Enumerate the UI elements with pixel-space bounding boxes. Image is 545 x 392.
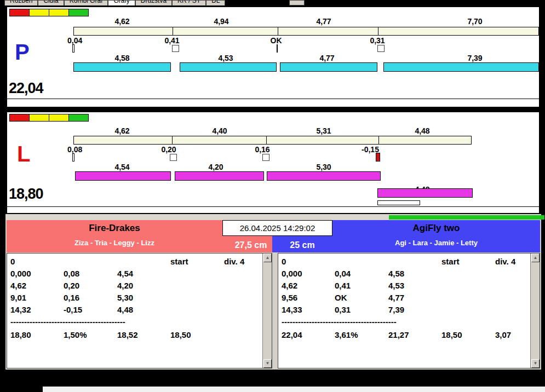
tab-label: Grafy: [113, 0, 129, 5]
run-timestamp: 26.04.2025 14:29:02: [222, 220, 332, 236]
cell: 9,56: [282, 293, 335, 302]
changeover-3: OK: [257, 36, 295, 45]
cell: 0,04: [335, 269, 388, 278]
segment-time-1: 4,62: [103, 17, 141, 26]
changeover-4: 0,31: [358, 36, 397, 45]
tab-druzstva[interactable]: Druzstva: [135, 0, 172, 5]
early-changeover-marker: [376, 153, 380, 162]
scroll-down-button[interactable]: ▼: [531, 359, 540, 368]
dog-time-1: 4,54: [103, 163, 141, 171]
cell: 0,000: [10, 269, 64, 278]
lane-total-time: 18,80: [9, 186, 43, 203]
scoreboard-section: Fire-Drakes Ziza - Tria - Leggy - Lizz A…: [5, 220, 541, 370]
cell: 18,52: [117, 330, 170, 339]
marker-box: [377, 200, 420, 205]
table-row: 4,62 0,41 4,53: [282, 281, 531, 290]
app-window: Rozbeh Cidla Kombi Graf Grafy Druzstva K…: [0, 0, 545, 392]
table-row: 9,56 OK 4,77: [282, 293, 531, 302]
scroll-up-button[interactable]: ▲: [531, 253, 540, 262]
status-light-green: [68, 9, 89, 16]
segment-time-2: 4,40: [200, 126, 239, 135]
totals-row: 18,80 1,50% 18,52 18,50: [10, 330, 260, 339]
changeover-marker: [377, 45, 385, 52]
status-light-red: [9, 114, 30, 122]
status-light-green: [68, 114, 89, 122]
lane-l-panel: 4,62 4,40 5,31 4,48 0,08 0,20 0,16 -0,15…: [7, 112, 540, 214]
traffic-lights: [9, 114, 88, 122]
toolbar-stub[interactable]: [289, 0, 305, 5]
changeover-2: 0,41: [153, 36, 191, 45]
lane-p-panel: 4,62 4,94 4,77 7,70 0,04 0,41 OK 0,31 P …: [7, 7, 540, 107]
cell: 4,54: [117, 269, 170, 278]
segment-divider: [172, 136, 173, 144]
separator-row: ----------------------------------------…: [282, 317, 438, 326]
scroll-down-button[interactable]: ▼: [263, 359, 272, 368]
cell: 21,27: [388, 330, 441, 339]
tab-dl[interactable]: DL: [206, 0, 225, 5]
changeover-3: 0,16: [243, 145, 282, 154]
lane-letter: L: [17, 143, 30, 165]
right-results-table[interactable]: 0 start div. 4 0,000 0,04 4,58 4,62 0,41…: [278, 253, 540, 368]
cell: 0,16: [64, 293, 117, 302]
segment-divider: [378, 136, 379, 144]
tab-label: Druzstva: [141, 0, 167, 5]
changeover-marker: [170, 154, 177, 161]
dog-time-bar-2: [175, 171, 264, 181]
cell: 1,50%: [64, 330, 117, 339]
dog-time-4: 7,39: [456, 54, 494, 62]
ok-tick-marker: [277, 44, 278, 53]
dog-time-bar-3: [280, 62, 377, 72]
segment-time-3: 4,77: [305, 17, 343, 26]
changeover-4: -0,15: [351, 145, 389, 154]
taskbar-fragment: [43, 387, 545, 392]
mid-strip: [5, 214, 541, 220]
segment-track-bar: [73, 136, 472, 145]
dog-time-3: 5,30: [305, 163, 343, 171]
cell: 22,04: [282, 330, 335, 339]
segment-divider: [278, 27, 278, 35]
scroll-up-button[interactable]: ▲: [263, 253, 272, 262]
right-jump-height: 25 cm: [280, 240, 324, 250]
cell: 3,61%: [335, 330, 388, 339]
status-light-yellow-1: [29, 114, 49, 122]
traffic-lights: [9, 9, 88, 16]
cell: 0,20: [64, 281, 117, 290]
table-row: 14,33 0,31 7,39: [282, 305, 531, 314]
vertical-scrollbar[interactable]: ▲ ▼: [262, 253, 272, 368]
panel-divider-line: [7, 206, 539, 207]
tab-rozbeh[interactable]: Rozbeh: [4, 0, 38, 5]
dog-time-bar-4: [383, 62, 539, 72]
tab-label: DL: [211, 0, 220, 5]
vertical-scrollbar[interactable]: ▲ ▼: [530, 253, 540, 368]
segment-time-4: 4,48: [403, 126, 441, 135]
cell: 9,01: [10, 293, 64, 302]
segment-divider: [266, 136, 267, 144]
right-team-name: AgiFly two: [332, 223, 540, 234]
table-row: 0,000 0,08 4,54: [10, 269, 260, 278]
table-row: 4,62 0,20 4,20: [10, 281, 260, 290]
tab-grafy[interactable]: Grafy: [108, 0, 135, 5]
segment-divider: [378, 27, 378, 35]
tab-label: KR / ST: [177, 0, 200, 5]
tab-label: Cidla: [43, 0, 58, 5]
arrow-up-icon: ▲: [533, 255, 538, 260]
tab-kombi-graf[interactable]: Kombi Graf: [64, 0, 108, 5]
status-light-yellow-2: [49, 9, 69, 16]
lane-letter: P: [15, 41, 30, 63]
left-team-dogs: Ziza - Tria - Leggy - Lizz: [7, 239, 222, 247]
cell: 4,77: [388, 293, 441, 302]
cell: OK: [335, 293, 388, 302]
separator-row: ----------------------------------------…: [10, 317, 167, 326]
cell: 14,32: [10, 305, 64, 314]
cell: 0,08: [64, 269, 117, 278]
cell: 18,50: [170, 330, 224, 339]
changeover-marker: [172, 45, 179, 52]
segment-divider: [173, 27, 173, 35]
segment-time-3: 5,31: [305, 126, 343, 135]
tab-kr-st[interactable]: KR / ST: [172, 0, 206, 5]
changeover-1: 0,04: [67, 36, 106, 45]
tab-label: Rozbeh: [10, 0, 32, 5]
cell: 4,48: [117, 305, 170, 314]
left-results-table[interactable]: 0 start div. 4 0,000 0,08 4,54 4,62 0,20…: [7, 253, 272, 368]
tab-cidla[interactable]: Cidla: [38, 0, 64, 5]
